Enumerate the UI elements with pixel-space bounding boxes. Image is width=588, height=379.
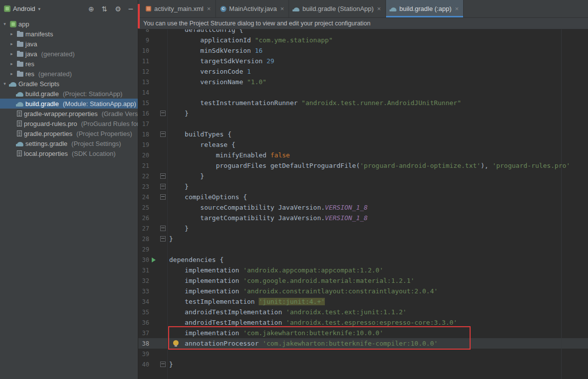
code-line-36[interactable]: 36 androidTestImplementation 'androidx.t… (138, 317, 588, 328)
code-line-18[interactable]: 18 buildTypes { (138, 129, 588, 139)
tab-mainactivity-java[interactable]: CMainActivity.java× (216, 0, 289, 17)
code-line-38[interactable]: 38 annotationProcessor 'com.jakewharton:… (138, 338, 588, 349)
intention-bulb-icon[interactable] (173, 340, 179, 346)
code-line-8[interactable]: 8 defaultConfig { (138, 29, 588, 35)
code-line-39[interactable]: 39 (138, 349, 588, 359)
line-number[interactable]: 30 (138, 256, 149, 263)
code-line-11[interactable]: 11 targetSdkVersion 29 (138, 56, 588, 66)
tree-item-res[interactable]: ▸res (0, 59, 138, 69)
fold-icon[interactable] (160, 131, 166, 137)
code-line-24[interactable]: 24 compileOptions { (138, 192, 588, 202)
line-number[interactable]: 34 (138, 298, 149, 305)
expand-arrow-icon[interactable]: ▾ (1, 81, 8, 86)
fold-icon[interactable] (160, 173, 166, 179)
line-number[interactable]: 12 (138, 68, 149, 75)
code-line-20[interactable]: 20 minifyEnabled false (138, 150, 588, 160)
line-number[interactable]: 20 (138, 152, 149, 159)
code-line-14[interactable]: 14 (138, 87, 588, 98)
expand-arrow-icon[interactable]: ▾ (1, 21, 8, 26)
tree-item-build-gradle-project-stationapp[interactable]: build.gradle(Project: StationApp) (0, 89, 138, 99)
chevron-down-icon[interactable]: ▾ (38, 6, 41, 11)
line-number[interactable]: 33 (138, 288, 149, 295)
line-number[interactable]: 22 (138, 173, 149, 180)
fold-icon[interactable] (160, 111, 166, 116)
close-tab-icon[interactable]: × (455, 5, 459, 12)
line-number[interactable]: 39 (138, 351, 149, 358)
code-line-19[interactable]: 19 release { (138, 139, 588, 150)
tree-item-local-properties-sdk-location[interactable]: local.properties(SDK Location) (0, 148, 138, 158)
code-line-30[interactable]: 30dependencies { (138, 254, 588, 265)
expand-arrow-icon[interactable]: ▸ (8, 51, 15, 56)
code-line-40[interactable]: 40} (138, 359, 588, 370)
tab-build-gradle-app[interactable]: build.gradle (:app)× (386, 0, 464, 17)
code-line-37[interactable]: 37 implementation 'com.jakewharton:butte… (138, 328, 588, 338)
code-line-23[interactable]: 23 } (138, 181, 588, 192)
line-number[interactable]: 13 (138, 79, 149, 86)
tree-item-settings-gradle-project-settings[interactable]: settings.gradle(Project Settings) (0, 138, 138, 148)
fold-icon[interactable] (160, 184, 166, 189)
close-tab-icon[interactable]: × (207, 5, 211, 12)
tab-activity-main-xml[interactable]: activity_main.xml× (141, 0, 216, 17)
code-line-28[interactable]: 28} (138, 234, 588, 244)
line-number[interactable]: 17 (138, 121, 149, 127)
code-line-15[interactable]: 15 testInstrumentationRunner "androidx.t… (138, 98, 588, 108)
line-number[interactable]: 21 (138, 162, 149, 169)
line-number[interactable]: 19 (138, 141, 149, 148)
code-line-25[interactable]: 25 sourceCompatibility JavaVersion.VERSI… (138, 202, 588, 213)
close-tab-icon[interactable]: × (280, 5, 284, 12)
expand-arrow-icon[interactable]: ▸ (8, 71, 15, 76)
expand-arrow-icon[interactable]: ▸ (8, 41, 15, 46)
tree-item-app[interactable]: ▾app (0, 19, 138, 29)
line-number[interactable]: 38 (138, 340, 149, 347)
tree-item-gradle-properties-project-properties[interactable]: gradle.properties(Project Properties) (0, 128, 138, 138)
tree-item-manifests[interactable]: ▸manifests (0, 29, 138, 39)
line-number[interactable]: 36 (138, 319, 149, 326)
project-view-selector[interactable]: Android (13, 5, 35, 12)
line-number[interactable]: 9 (138, 37, 149, 44)
line-number[interactable]: 8 (138, 29, 149, 33)
fold-icon[interactable] (160, 362, 166, 367)
code-line-16[interactable]: 16 } (138, 108, 588, 119)
line-number[interactable]: 26 (138, 215, 149, 222)
line-number[interactable]: 10 (138, 47, 149, 54)
line-number[interactable]: 25 (138, 204, 149, 211)
line-number[interactable]: 40 (138, 361, 149, 368)
code-line-33[interactable]: 33 implementation 'androidx.constraintla… (138, 286, 588, 296)
line-number[interactable]: 31 (138, 267, 149, 274)
tree-item-res-generated[interactable]: ▸res(generated) (0, 69, 138, 79)
close-tab-icon[interactable]: × (377, 5, 381, 12)
expand-arrow-icon[interactable]: ▸ (8, 31, 15, 36)
tree-item-gradle-scripts[interactable]: ▾Gradle Scripts (0, 79, 138, 89)
code-line-12[interactable]: 12 versionCode 1 (138, 66, 588, 77)
line-number[interactable]: 37 (138, 330, 149, 337)
code-line-26[interactable]: 26 targetCompatibility JavaVersion.VERSI… (138, 213, 588, 223)
code-line-10[interactable]: 10 minSdkVersion 16 (138, 45, 588, 56)
code-line-35[interactable]: 35 androidTestImplementation 'androidx.t… (138, 307, 588, 317)
code-line-31[interactable]: 31 implementation 'androidx.appcompat:ap… (138, 265, 588, 275)
fold-icon[interactable] (160, 194, 166, 200)
code-line-34[interactable]: 34 testImplementation 'junit:junit:4.+' (138, 296, 588, 307)
code-line-32[interactable]: 32 implementation 'com.google.android.ma… (138, 275, 588, 286)
hide-panel-icon[interactable]: ─ (129, 5, 133, 12)
code-line-29[interactable]: 29 (138, 244, 588, 254)
run-icon[interactable] (152, 257, 156, 262)
tree-item-java-generated[interactable]: ▸java(generated) (0, 49, 138, 59)
code-line-9[interactable]: 9 applicationId "com.yme.stationapp" (138, 35, 588, 45)
line-number[interactable]: 11 (138, 58, 149, 65)
line-number[interactable]: 35 (138, 309, 149, 316)
collapse-all-icon[interactable]: ⇅ (101, 5, 107, 12)
code-line-27[interactable]: 27 } (138, 223, 588, 234)
line-number[interactable]: 29 (138, 246, 149, 253)
tree-item-java[interactable]: ▸java (0, 39, 138, 49)
tree-item-proguard-rules-pro-proguard-rules-for[interactable]: proguard-rules.pro(ProGuard Rules for (0, 119, 138, 128)
fold-icon[interactable] (160, 236, 166, 242)
line-number[interactable]: 14 (138, 89, 149, 96)
line-number[interactable]: 18 (138, 131, 149, 138)
tree-item-build-gradle-module-stationapp-app[interactable]: build.gradle(Module: StationApp.app) (0, 99, 138, 109)
line-number[interactable]: 16 (138, 110, 149, 117)
line-number[interactable]: 24 (138, 194, 149, 201)
tab-build-gradle-stationapp[interactable]: build.gradle (StationApp)× (289, 0, 386, 17)
tree-item-gradle-wrapper-properties-gradle-vers[interactable]: gradle-wrapper.properties(Gradle Vers (0, 109, 138, 119)
code-line-22[interactable]: 22 } (138, 171, 588, 181)
settings-gear-icon[interactable]: ⚙ (115, 5, 121, 12)
